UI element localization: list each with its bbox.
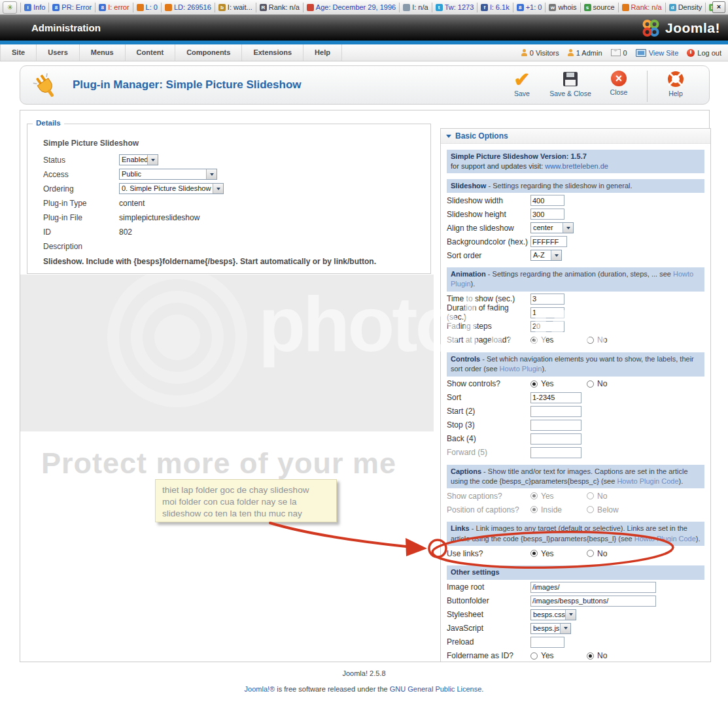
input-slideshow-height[interactable]: [530, 209, 564, 220]
radio-icon[interactable]: [530, 380, 538, 388]
seo-item-1-0[interactable]: 8+1: 0: [513, 3, 546, 12]
seoquake-launcher-icon[interactable]: ✳: [3, 1, 17, 14]
select-ordering[interactable]: 0. Simple Picture Slideshow: [119, 183, 224, 194]
radio-option-use-links-yes[interactable]: Yes: [530, 549, 587, 558]
gpl-link[interactable]: GNU General Public License: [390, 685, 482, 693]
radio-icon[interactable]: [587, 337, 594, 344]
seo-item-age-december-29-1996[interactable]: Age: December 29, 1996: [303, 3, 399, 12]
menu-item-users[interactable]: Users: [37, 44, 80, 61]
status-1-admin[interactable]: 1 Admin: [568, 49, 602, 57]
radio-icon[interactable]: [530, 492, 538, 499]
dropdown-arrow-icon[interactable]: [565, 610, 576, 620]
radio-icon[interactable]: [530, 550, 538, 557]
input-preload[interactable]: [530, 637, 564, 648]
input-backgroundcolor-hex[interactable]: [530, 236, 567, 247]
select-stylesheet[interactable]: besps.css: [530, 609, 576, 620]
option-row-buttonfolder: Buttonfolder: [447, 595, 704, 607]
radio-option-foldername-as-id-no[interactable]: No: [587, 651, 607, 660]
seo-item-rank-n-a[interactable]: Rank: n/a: [618, 3, 665, 12]
dropdown-arrow-icon[interactable]: [551, 250, 561, 260]
radio-option-show-captions-no[interactable]: No: [587, 492, 607, 501]
radio-option-show-controls-no[interactable]: No: [587, 379, 607, 388]
input-time-to-show-sec[interactable]: [530, 294, 564, 305]
seo-item-whois[interactable]: wwhois: [545, 3, 580, 12]
seo-item-pr-error[interactable]: 8PR: Error: [48, 3, 95, 12]
select-align-the-slideshow[interactable]: center: [530, 222, 574, 233]
admin-header: Administration Joomla!: [0, 15, 728, 41]
input-image-root[interactable]: [530, 582, 656, 593]
radio-icon[interactable]: [587, 550, 594, 557]
seo-item-i-n-a[interactable]: I: n/a: [399, 3, 431, 12]
radio-icon[interactable]: [530, 337, 538, 344]
seo-item-l-6-1k[interactable]: fl: 6.1k: [477, 3, 512, 12]
menu-item-extensions[interactable]: Extensions: [242, 44, 303, 61]
input-duration-of-fading-sec[interactable]: [530, 307, 564, 318]
seo-item-i-wait[interactable]: bI: wait...: [215, 3, 256, 12]
menu-item-content[interactable]: Content: [126, 44, 176, 61]
index2-icon: [403, 4, 410, 11]
radio-icon[interactable]: [587, 380, 594, 388]
radio-icon[interactable]: [530, 506, 538, 513]
toolbar-close-icon[interactable]: ×: [712, 1, 725, 13]
input-buttonfolder[interactable]: [530, 596, 656, 607]
basic-options-header[interactable]: Basic Options: [441, 129, 710, 144]
howto-link[interactable]: Howto Plugin Code: [617, 477, 678, 485]
select-status[interactable]: Enabled: [119, 154, 158, 165]
select-sort-order[interactable]: A-Z: [530, 250, 562, 261]
radio-option-foldername-as-id-yes[interactable]: Yes: [530, 651, 587, 660]
section-header-controls: Controls - Set which navigation elements…: [447, 352, 704, 377]
dropdown-arrow-icon[interactable]: [147, 155, 158, 165]
admin-icon: [568, 49, 574, 56]
seo-item-source[interactable]: ssource: [580, 3, 618, 12]
seo-item-info[interactable]: iInfo: [20, 3, 48, 12]
input-start-2[interactable]: [530, 406, 581, 417]
radio-option-position-of-captions-inside[interactable]: Inside: [530, 505, 587, 514]
radio-option-show-captions-yes[interactable]: Yes: [530, 492, 587, 501]
radio-icon[interactable]: [530, 652, 538, 660]
seo-item-diagnosis[interactable]: DDiagnosis: [705, 3, 712, 12]
support-link[interactable]: www.bretteleben.de: [545, 162, 608, 170]
close-button[interactable]: ×Close: [595, 71, 643, 96]
plugin-description: Slideshow. Include with {besps}foldernam…: [43, 257, 415, 266]
input-forward-5[interactable]: [530, 447, 581, 458]
seo-item-i-error[interactable]: 8I: error: [95, 3, 132, 12]
input-fading-steps[interactable]: [530, 321, 564, 332]
radio-option-start-at-pageload-yes[interactable]: Yes: [530, 335, 587, 345]
joomla-link[interactable]: Joomla!®: [245, 685, 275, 693]
dropdown-arrow-icon[interactable]: [206, 169, 217, 179]
select-javascript[interactable]: besps.js: [530, 623, 571, 634]
menu-item-site[interactable]: Site: [0, 44, 37, 61]
status-0[interactable]: 0: [611, 49, 627, 57]
dropdown-arrow-icon[interactable]: [560, 624, 570, 633]
select-access[interactable]: Public: [119, 169, 217, 180]
dropdown-arrow-icon[interactable]: [563, 223, 573, 233]
radio-icon[interactable]: [587, 506, 594, 513]
seo-item-tw-1273[interactable]: tTw: 1273: [432, 3, 477, 12]
input-back-4[interactable]: [530, 433, 581, 445]
menu-item-help[interactable]: Help: [303, 44, 342, 61]
menu-item-menus[interactable]: Menus: [80, 44, 126, 61]
save-close-button[interactable]: Save & Close: [546, 71, 595, 97]
radio-option-position-of-captions-below[interactable]: Below: [587, 505, 619, 514]
seo-item-l-0[interactable]: L: 0: [133, 3, 161, 12]
seo-item-density[interactable]: dDensity: [665, 3, 706, 12]
dropdown-arrow-icon[interactable]: [213, 184, 223, 193]
input-slideshow-width[interactable]: [530, 195, 564, 206]
radio-option-start-at-pageload-no[interactable]: No: [587, 335, 607, 345]
radio-option-show-controls-yes[interactable]: Yes: [530, 379, 587, 388]
seo-item-rank-n-a[interactable]: RRank: n/a: [256, 3, 303, 12]
status-log-out[interactable]: Log out: [687, 49, 721, 57]
radio-option-use-links-no[interactable]: No: [587, 549, 607, 558]
howto-link[interactable]: Howto Plugin: [500, 365, 542, 373]
input-stop-3[interactable]: [530, 420, 581, 431]
radio-icon[interactable]: [587, 492, 594, 499]
radio-icon[interactable]: [587, 652, 594, 660]
howto-link[interactable]: Howto Plugin Code: [634, 535, 696, 543]
input-sort[interactable]: [530, 392, 581, 403]
help-button[interactable]: Help: [651, 71, 700, 97]
status-0-visitors[interactable]: 0 Visitors: [521, 49, 559, 57]
menu-item-components[interactable]: Components: [175, 44, 242, 61]
status-view-site[interactable]: View Site: [636, 49, 679, 57]
seo-item-ld-269516[interactable]: LD: 269516: [161, 3, 215, 12]
save-button[interactable]: ✔Save: [498, 71, 546, 97]
